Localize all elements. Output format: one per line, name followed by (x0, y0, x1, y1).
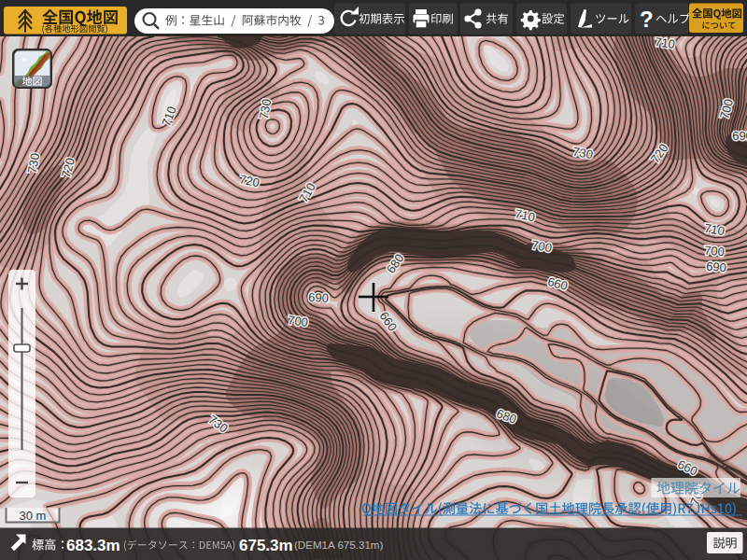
svg-text:675.3m: 675.3m (239, 537, 293, 554)
svg-text:(DEM1A 675.31m): (DEM1A 675.31m) (294, 539, 384, 551)
svg-text:710: 710 (654, 35, 676, 51)
svg-text:690: 690 (706, 259, 727, 275)
svg-text:690: 690 (732, 129, 747, 143)
svg-text:683.3m: 683.3m (66, 537, 120, 554)
svg-text:700: 700 (704, 244, 726, 259)
svg-text:30 m: 30 m (20, 509, 47, 523)
svg-text:690: 690 (308, 290, 329, 305)
svg-text:700: 700 (287, 313, 309, 329)
svg-text:?: ? (640, 7, 654, 32)
